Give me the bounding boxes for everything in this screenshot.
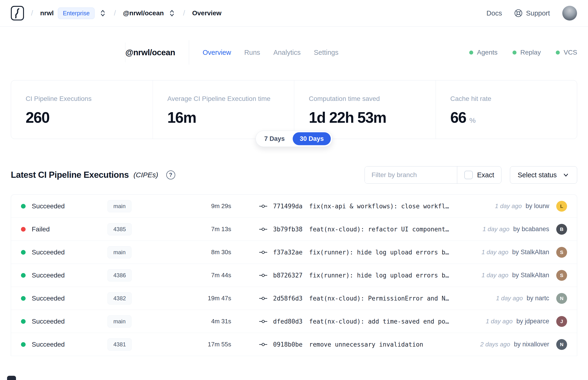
cipe-meta: 1 day ago by bcabanes B <box>475 224 567 235</box>
author-avatar: N <box>556 293 567 304</box>
date-range-option[interactable]: 7 Days <box>257 133 292 145</box>
time-ago: 1 day ago <box>496 295 523 302</box>
service-label: Agents <box>477 49 497 56</box>
status-label: Succeeded <box>32 295 65 302</box>
cipe-meta: 1 day ago by jdpearce J <box>479 316 567 327</box>
cipe-row[interactable]: Succeeded main 9m 29s 771499da fix(nx-ap… <box>11 195 577 218</box>
cipe-duration: 7m 44s <box>164 272 231 279</box>
exact-checkbox[interactable] <box>464 171 473 179</box>
author-avatar: L <box>556 201 567 212</box>
cipe-row[interactable]: Succeeded 4382 19m 47s 2d58f6d3 feat(nx-… <box>11 287 577 310</box>
workspace-tab[interactable]: Settings <box>314 49 339 57</box>
workspace-tab[interactable]: Analytics <box>273 49 301 57</box>
cipe-branch: 4386 <box>108 269 164 282</box>
bottom-left-cutoff-element <box>7 376 16 380</box>
cipe-status: Succeeded <box>21 248 108 256</box>
cipe-status: Succeeded <box>21 272 108 279</box>
branch-badge: main <box>108 315 132 327</box>
breadcrumb-separator: / <box>31 9 33 18</box>
exact-match-option: Exact <box>457 167 501 183</box>
cipe-row[interactable]: Failed 4385 7m 13s 3b79fb38 feat(nx-clou… <box>11 218 577 241</box>
metric-label: Cache hit rate <box>450 95 563 102</box>
cipe-meta: 1 day ago by StalkAltan S <box>474 247 567 258</box>
metric-value: 16m <box>168 110 196 125</box>
status-dot-icon <box>21 342 26 347</box>
cipe-section-header: Latest CI Pipeline Executions (CIPEs) ? … <box>11 166 577 184</box>
metric-card: Cache hit rate 66 % <box>436 80 577 139</box>
time-ago: 1 day ago <box>481 272 508 279</box>
cipe-table: Succeeded main 9m 29s 771499da fix(nx-ap… <box>11 194 577 356</box>
metrics-cards: CI Pipeline Executions 260 Average CI Pi… <box>11 80 577 139</box>
author-avatar: J <box>556 316 567 327</box>
workspace-tabs: Overview Runs Analytics Settings <box>203 49 339 57</box>
author-avatar: S <box>556 247 567 258</box>
author: by StalkAltan <box>512 248 549 256</box>
status-dot-icon <box>21 227 26 232</box>
cipe-commit: 3b79fb38 feat(nx-cloud): refactor UI com… <box>259 226 449 233</box>
status-select-button[interactable]: Select status <box>510 166 577 184</box>
metric-label: CI Pipeline Executions <box>26 95 138 102</box>
workspace-tab[interactable]: Runs <box>244 49 260 57</box>
support-link[interactable]: Support <box>514 9 550 18</box>
status-dot-icon <box>21 273 26 278</box>
cipe-branch: main <box>108 246 164 258</box>
git-commit-icon <box>259 203 267 209</box>
status-label: Failed <box>32 226 50 233</box>
workspace-title: @nrwl/ocean <box>125 48 175 57</box>
status-dot-icon <box>556 51 560 55</box>
branch-badge: 4382 <box>108 292 132 304</box>
cipe-duration: 4m 31s <box>164 318 231 325</box>
cipe-row[interactable]: Succeeded 4386 7m 44s b8726327 fix(runne… <box>11 264 577 287</box>
cipe-row[interactable]: Succeeded main 4m 31s dfed80d3 feat(nx-c… <box>11 310 577 333</box>
top-navbar: / nrwl Enterprise / @nrwl/ocean / Overvi… <box>0 0 588 27</box>
cipe-branch: main <box>108 315 164 327</box>
branch-badge: 4381 <box>108 338 132 351</box>
docs-link[interactable]: Docs <box>486 9 502 17</box>
enterprise-badge: Enterprise <box>58 7 95 19</box>
date-range-option[interactable]: 30 Days <box>293 133 331 145</box>
service-statuses: Agents Replay VCS <box>453 49 577 56</box>
branch-filter-input[interactable] <box>365 167 457 183</box>
org-name[interactable]: nrwl <box>40 9 54 17</box>
breadcrumb-page: Overview <box>192 9 222 17</box>
cipe-duration: 8m 30s <box>164 248 231 256</box>
cipe-meta: 1 day ago by nartc N <box>489 293 567 304</box>
cipe-duration: 19m 47s <box>164 295 231 302</box>
author: by nixallover <box>514 341 549 348</box>
cipe-commit: b8726327 fix(runner): hide log upload er… <box>259 272 449 279</box>
git-commit-icon <box>259 295 267 302</box>
help-icon[interactable]: ? <box>166 171 175 179</box>
status-label: Succeeded <box>32 272 65 279</box>
cipe-filter-controls: Exact Select status <box>364 166 577 184</box>
user-avatar[interactable] <box>562 6 577 21</box>
commit-message: fix(runner): hide log upload errors b… <box>309 272 449 279</box>
workspace-switcher-caret-icon[interactable] <box>168 8 176 18</box>
metric-label: Average CI Pipeline Execution time <box>168 95 280 102</box>
workspace-tab[interactable]: Overview <box>203 49 231 57</box>
org-switcher-caret-icon[interactable] <box>99 8 107 18</box>
author-avatar: N <box>556 339 567 350</box>
time-ago: 1 day ago <box>495 203 522 210</box>
service-status: VCS <box>556 49 577 56</box>
breadcrumb-separator: / <box>114 9 116 18</box>
service-status: Agents <box>469 49 497 56</box>
time-ago: 1 day ago <box>481 248 508 256</box>
chevron-down-icon <box>562 171 569 178</box>
workspace-name[interactable]: @nrwl/ocean <box>123 9 164 17</box>
service-status: Replay <box>512 49 541 56</box>
cipe-status: Succeeded <box>21 295 108 302</box>
support-label: Support <box>526 9 550 17</box>
cipe-row[interactable]: Succeeded 4381 17m 55s 0918b0be remove u… <box>11 333 577 356</box>
nx-cloud-logo-icon[interactable] <box>11 6 24 20</box>
commit-hash: dfed80d3 <box>273 318 303 325</box>
cipe-meta: 1 day ago by StalkAltan S <box>474 270 567 281</box>
status-dot-icon <box>469 51 473 55</box>
cipe-row[interactable]: Succeeded main 8m 30s f37a32ae fix(runne… <box>11 241 577 264</box>
status-dot-icon <box>21 250 26 255</box>
metric-value: 260 <box>26 110 49 125</box>
exact-label: Exact <box>477 171 494 179</box>
cipe-title: Latest CI Pipeline Executions <box>11 170 129 180</box>
status-dot-icon <box>512 51 516 55</box>
cipe-duration: 9m 29s <box>164 203 231 210</box>
metric-card: CI Pipeline Executions 260 <box>11 80 153 139</box>
